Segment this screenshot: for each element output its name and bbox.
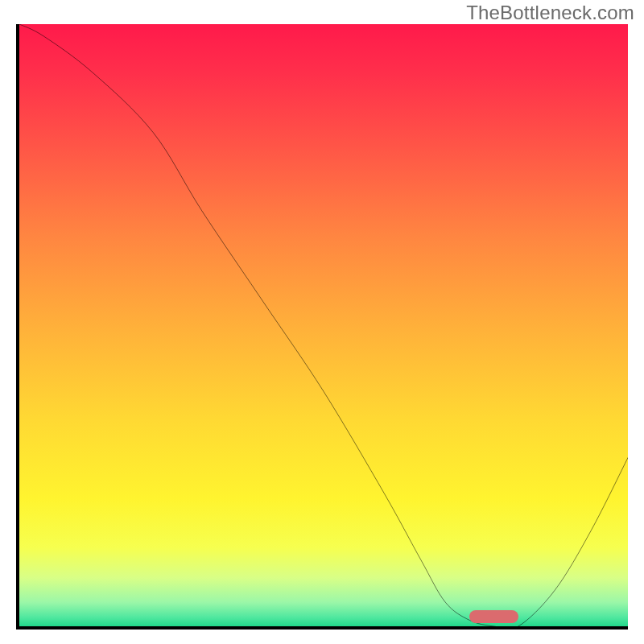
bottleneck-curve — [19, 24, 628, 626]
watermark-text: TheBottleneck.com — [466, 2, 634, 24]
chart-container: TheBottleneck.com — [0, 0, 644, 644]
optimal-range-marker — [469, 610, 518, 623]
plot-area — [16, 24, 628, 630]
